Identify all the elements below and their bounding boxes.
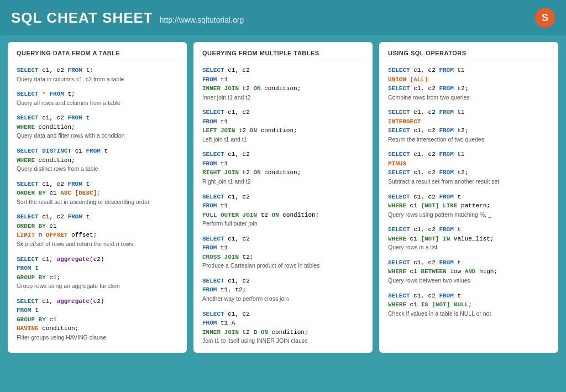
section-3-7: SELECT c1, c2 FROM t WHERE c1 IS [NOT] N… (388, 291, 549, 318)
section-1-1: SELECT c1, c2 FROM t; Query data in colu… (17, 66, 178, 83)
section-2-2: SELECT c1, c2 FROM t1 LEFT JOIN t2 ON co… (202, 108, 364, 143)
logo: S (535, 8, 555, 28)
header: SQL CHEAT SHEET http://www.sqltutorial.o… (0, 0, 566, 35)
section-1-8: SELECT c1, aggregate(c2) FROM t GROUP BY… (17, 297, 178, 342)
section-2-1: SELECT c1, c2 FROM t1 INNER JOIN t2 ON c… (202, 66, 364, 101)
section-2-5: SELECT c1, c2 FROM t1 CROSS JOIN t2; Pro… (202, 234, 364, 270)
section-3-4: SELECT c1, c2 FROM t WHERE c1 [NOT] LIKE… (388, 192, 549, 219)
card-title-2: QUERYING FROM MULTIPLE TABLES (202, 50, 364, 60)
section-3-3: SELECT c1, c2 FROM t1 MINUS SELECT c1, c… (388, 150, 549, 185)
card-querying-table: QUERYING DATA FROM A TABLE SELECT c1, c2… (8, 42, 187, 353)
section-1-3: SELECT c1, c2 FROM t WHERE condition; Qu… (17, 113, 178, 140)
section-1-7: SELECT c1, aggregate(c2) FROM t GROUP BY… (17, 255, 178, 290)
section-1-5: SELECT c1, c2 FROM t ORDER BY c1 ASC [DE… (17, 180, 178, 206)
content-area: QUERYING DATA FROM A TABLE SELECT c1, c2… (0, 35, 566, 359)
card-sql-operators: USING SQL OPERATORS SELECT c1, c2 FROM t… (379, 42, 558, 353)
section-1-4: SELECT DISTINCT c1 FROM t WHERE conditio… (17, 147, 178, 173)
section-2-6: SELECT c1, c2 FROM t1, t2; Another way t… (202, 276, 364, 303)
section-3-6: SELECT c1, c2 FROM t WHERE c1 BETWEEN lo… (388, 258, 549, 285)
header-url: http://www.sqltutorial.org (160, 15, 244, 24)
card-querying-multiple: QUERYING FROM MULTIPLE TABLES SELECT c1,… (193, 42, 373, 353)
page-title: SQL CHEAT SHEET (11, 9, 153, 27)
section-1-2: SELECT * FROM t; Query all rows and colu… (17, 90, 178, 107)
card-title-1: QUERYING DATA FROM A TABLE (17, 50, 178, 60)
section-1-6: SELECT c1, c2 FROM t ORDER BY c1 LIMIT n… (17, 212, 178, 248)
section-3-2: SELECT c1, c2 FROM t1 INTERSECT SELECT c… (388, 108, 549, 143)
section-3-1: SELECT c1, c2 FROM t1 UNION [ALL] SELECT… (388, 66, 549, 101)
section-3-5: SELECT c1, c2 FROM t WHERE c1 [NOT] IN v… (388, 225, 549, 252)
card-title-3: USING SQL OPERATORS (388, 50, 549, 60)
section-2-3: SELECT c1, c2 FROM t1 RIGHT JOIN t2 ON c… (202, 150, 364, 185)
section-2-7: SELECT c1, c2 FROM t1 A INNER JOIN t2 B … (202, 310, 364, 345)
section-2-4: SELECT c1, c2 FROM t1 FULL OUTER JOIN t2… (202, 192, 364, 228)
